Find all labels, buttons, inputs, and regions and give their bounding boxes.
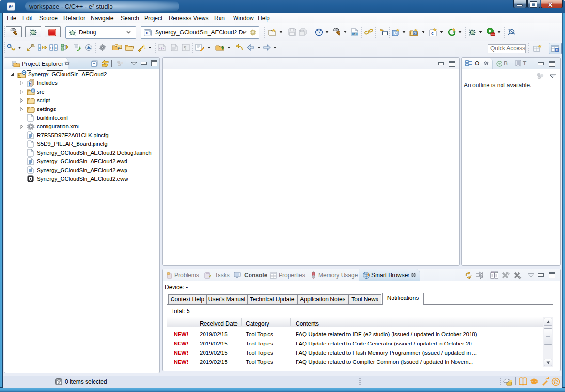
svg-text:0: 0 xyxy=(55,46,57,50)
svg-text:c: c xyxy=(32,89,34,92)
svg-text:0: 0 xyxy=(50,46,53,50)
svg-text:0: 0 xyxy=(39,46,41,50)
svg-text:c: c xyxy=(146,31,148,35)
svg-text:¶: ¶ xyxy=(184,45,186,50)
svg-text:010: 010 xyxy=(352,33,358,36)
svg-text:h: h xyxy=(29,81,31,87)
svg-text:c: c xyxy=(556,48,558,52)
svg-text:c: c xyxy=(431,31,434,36)
